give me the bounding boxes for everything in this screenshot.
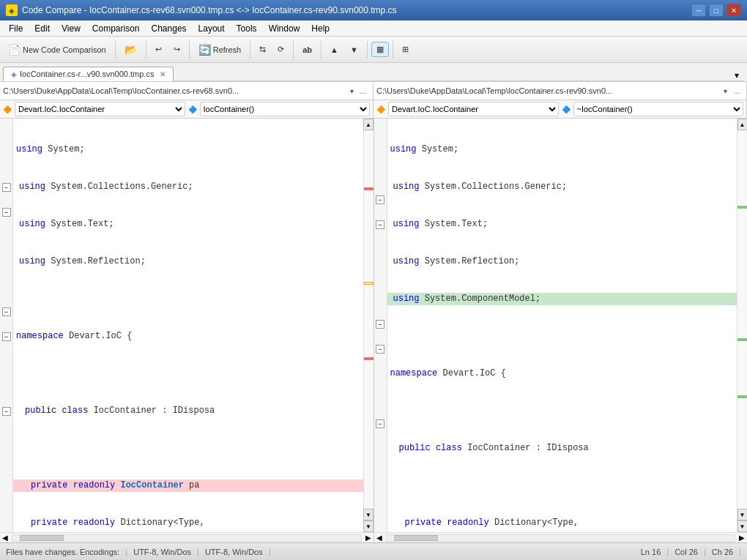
right-diff-down2[interactable]: ▼ bbox=[737, 520, 748, 532]
new-comparison-button[interactable]: 📄 New Code Comparison bbox=[3, 41, 111, 59]
right-collapse-ctor2[interactable]: − bbox=[376, 345, 384, 354]
left-h-scrollbar[interactable]: ◀ ▶ bbox=[0, 532, 374, 542]
right-line-4: using System.Reflection; bbox=[387, 255, 737, 268]
left-path-browse[interactable]: … bbox=[357, 86, 370, 96]
new-comparison-icon: 📄 bbox=[8, 44, 21, 56]
left-scroll-right[interactable]: ▶ bbox=[363, 534, 374, 542]
right-scroll-right[interactable]: ▶ bbox=[737, 534, 747, 542]
next-diff-button[interactable]: ▼ bbox=[345, 42, 363, 57]
right-diff-down[interactable]: ▼ bbox=[737, 509, 748, 520]
right-line-9: public class IocContainer : IDisposa bbox=[387, 442, 737, 455]
right-path-browse[interactable]: … bbox=[730, 86, 743, 96]
left-scroll-left[interactable]: ◀ bbox=[0, 534, 10, 542]
view-toggle-button[interactable]: ▦ bbox=[371, 42, 389, 57]
status-col: Col 26 bbox=[674, 548, 698, 556]
left-diff-mark-3 bbox=[364, 357, 374, 360]
right-line-1: using System; bbox=[387, 143, 737, 156]
menu-help[interactable]: Help bbox=[305, 22, 335, 35]
menu-changes[interactable]: Changes bbox=[146, 22, 193, 35]
left-method-icon: 🔷 bbox=[188, 105, 197, 113]
navigate-button[interactable]: ⇆ bbox=[254, 42, 271, 57]
right-code-scroll[interactable]: using System; using System.Collections.G… bbox=[387, 119, 737, 532]
prev-diff-button[interactable]: ▲ bbox=[325, 42, 343, 57]
status-bar: Files have changes. Encodings: | UTF-8, … bbox=[0, 542, 747, 560]
refresh-button[interactable]: 🔄 Refresh bbox=[193, 41, 247, 59]
left-line-4: using System.Reflection; bbox=[13, 255, 363, 268]
sync-button[interactable]: ⟳ bbox=[272, 42, 289, 57]
right-diff-mark-1 bbox=[737, 206, 747, 209]
left-line-5 bbox=[13, 293, 363, 305]
right-line-10 bbox=[387, 479, 737, 492]
right-collapse-namespace[interactable]: − bbox=[376, 195, 384, 204]
find-button[interactable]: ab bbox=[297, 42, 317, 57]
navigate-icon: ⇆ bbox=[259, 45, 266, 54]
close-button[interactable]: ✕ bbox=[726, 4, 741, 17]
redo-button[interactable]: ↪ bbox=[168, 42, 185, 57]
left-collapse-dtor[interactable]: − bbox=[2, 407, 11, 416]
left-path-dropdown[interactable]: ▾ bbox=[347, 86, 357, 96]
tab-close-button[interactable]: ✕ bbox=[160, 70, 166, 78]
right-encoding: UTF-8, Win/Dos bbox=[205, 548, 263, 556]
right-class-dropdown[interactable]: Devart.IoC.IocContainer bbox=[388, 102, 559, 116]
left-collapse-ctor2[interactable]: − bbox=[2, 332, 11, 341]
open-button[interactable]: 📂 bbox=[119, 41, 142, 59]
left-collapse-class[interactable]: − bbox=[2, 208, 11, 217]
right-scroll-left[interactable]: ◀ bbox=[374, 534, 384, 542]
right-path-dropdown[interactable]: ▾ bbox=[721, 86, 730, 96]
symbol-bar-row: 🔶 Devart.IoC.IocContainer 🔷 IocContainer… bbox=[0, 100, 747, 119]
toolbar-sep-1 bbox=[115, 41, 116, 59]
right-line-2: using System.Collections.Generic; bbox=[387, 181, 737, 193]
right-diff-track bbox=[737, 130, 747, 509]
tab-dropdown-button[interactable]: ▾ bbox=[729, 70, 744, 81]
menu-edit[interactable]: Edit bbox=[29, 22, 56, 35]
minimize-button[interactable]: ─ bbox=[691, 4, 706, 17]
right-path-bar: ▾ … bbox=[374, 82, 747, 100]
right-path-input[interactable] bbox=[376, 86, 721, 95]
right-diff-mark-2 bbox=[737, 338, 747, 341]
left-scroll-thumb[interactable] bbox=[20, 535, 64, 541]
right-h-scrollbar[interactable]: ◀ ▶ bbox=[374, 532, 748, 542]
left-diff-up[interactable]: ▲ bbox=[363, 119, 374, 130]
tab-bar: ◈ IocContainer.cs-r...v90.svn000.tmp.cs … bbox=[0, 63, 747, 82]
right-line-7: namespace Devart.IoC { bbox=[387, 367, 737, 380]
left-diff-down2[interactable]: ▼ bbox=[363, 520, 374, 532]
right-collapse-class[interactable]: − bbox=[376, 220, 384, 229]
menu-view[interactable]: View bbox=[56, 22, 86, 35]
status-message: Files have changes. Encodings: bbox=[6, 548, 119, 556]
left-code-scroll[interactable]: using System; using System.Collections.G… bbox=[13, 119, 363, 532]
right-scroll-thumb[interactable] bbox=[394, 535, 438, 541]
menu-comparison[interactable]: Comparison bbox=[86, 22, 146, 35]
toolbar-sep-2 bbox=[146, 41, 146, 59]
undo-button[interactable]: ↩ bbox=[150, 42, 167, 57]
main-tab[interactable]: ◈ IocContainer.cs-r...v90.svn000.tmp.cs … bbox=[3, 67, 174, 81]
right-line-5: using System.ComponentModel; bbox=[387, 293, 737, 305]
menu-tools[interactable]: Tools bbox=[231, 22, 263, 35]
left-path-input[interactable] bbox=[3, 86, 347, 95]
right-collapse-ctor1[interactable]: − bbox=[376, 320, 384, 329]
left-collapse-namespace[interactable]: − bbox=[2, 183, 11, 192]
right-class-icon: 🔶 bbox=[376, 105, 385, 113]
menu-window[interactable]: Window bbox=[263, 22, 306, 35]
path-bar-row: ▾ … ▾ … bbox=[0, 82, 747, 100]
toolbar: 📄 New Code Comparison 📂 ↩ ↪ 🔄 Refresh ⇆ … bbox=[0, 37, 747, 63]
right-diff-up[interactable]: ▲ bbox=[737, 119, 748, 130]
right-collapse-dtor[interactable]: − bbox=[376, 419, 384, 428]
menu-file[interactable]: File bbox=[3, 22, 29, 35]
left-diff-down[interactable]: ▼ bbox=[363, 509, 374, 520]
left-method-dropdown[interactable]: IocContainer() bbox=[200, 102, 371, 116]
more-button[interactable]: ⊞ bbox=[397, 42, 414, 57]
right-line-11: private readonly Dictionary<Type, bbox=[387, 517, 737, 529]
right-method-dropdown[interactable]: ~IocContainer() bbox=[573, 102, 744, 116]
left-code-lines: using System; using System.Collections.G… bbox=[13, 119, 363, 532]
toolbar-sep-5 bbox=[293, 41, 294, 59]
right-collapse-margin: − − − − bbox=[374, 119, 387, 532]
left-collapse-ctor1[interactable]: − bbox=[2, 307, 11, 316]
menu-layout[interactable]: Layout bbox=[193, 22, 231, 35]
maximize-button[interactable]: □ bbox=[709, 4, 724, 17]
right-line-6 bbox=[387, 330, 737, 343]
left-class-dropdown[interactable]: Devart.IoC.IocContainer bbox=[15, 102, 185, 116]
editor-area: ▾ … ▾ … 🔶 Devart.IoC.IocContainer 🔷 IocC… bbox=[0, 82, 747, 542]
next-diff-icon: ▼ bbox=[350, 45, 358, 54]
status-ch: Ch 26 bbox=[712, 548, 733, 556]
redo-icon: ↪ bbox=[174, 45, 180, 54]
